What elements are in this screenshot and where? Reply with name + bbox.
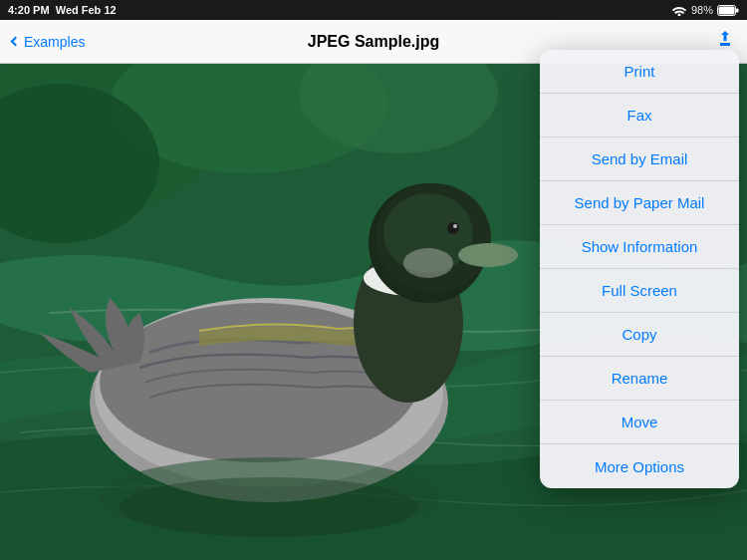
svg-point-20 xyxy=(453,224,457,228)
svg-point-18 xyxy=(458,243,518,267)
menu-item-send-by-email[interactable]: Send by Email xyxy=(540,138,739,181)
menu-item-full-screen[interactable]: Full Screen xyxy=(540,269,739,313)
menu-item-send-by-paper-mail[interactable]: Send by Paper Mail xyxy=(540,181,739,225)
svg-point-23 xyxy=(403,248,453,278)
svg-point-19 xyxy=(447,222,459,234)
svg-rect-1 xyxy=(719,6,735,14)
wifi-icon xyxy=(671,4,687,16)
menu-item-print[interactable]: Print xyxy=(540,50,739,94)
menu-item-more-options[interactable]: More Options xyxy=(540,444,739,488)
back-label: Examples xyxy=(24,34,85,50)
menu-item-move[interactable]: Move xyxy=(540,401,739,444)
page-title: JPEG Sample.jpg xyxy=(308,33,439,51)
battery-text: 98% xyxy=(691,4,713,16)
status-bar: 4:20 PM Wed Feb 12 98% xyxy=(0,0,747,20)
status-time: 4:20 PM Wed Feb 12 xyxy=(8,4,117,16)
chevron-left-icon xyxy=(11,36,21,46)
menu-item-rename[interactable]: Rename xyxy=(540,357,739,401)
status-right-icons: 98% xyxy=(671,4,739,16)
svg-rect-2 xyxy=(736,8,739,12)
menu-item-copy[interactable]: Copy xyxy=(540,313,739,357)
dropdown-menu: Print Fax Send by Email Send by Paper Ma… xyxy=(540,50,739,488)
menu-item-show-information[interactable]: Show Information xyxy=(540,225,739,269)
battery-icon xyxy=(717,5,739,16)
back-button[interactable]: Examples xyxy=(12,34,85,50)
share-icon xyxy=(715,29,735,49)
menu-item-fax[interactable]: Fax xyxy=(540,94,739,138)
svg-point-22 xyxy=(120,477,418,537)
